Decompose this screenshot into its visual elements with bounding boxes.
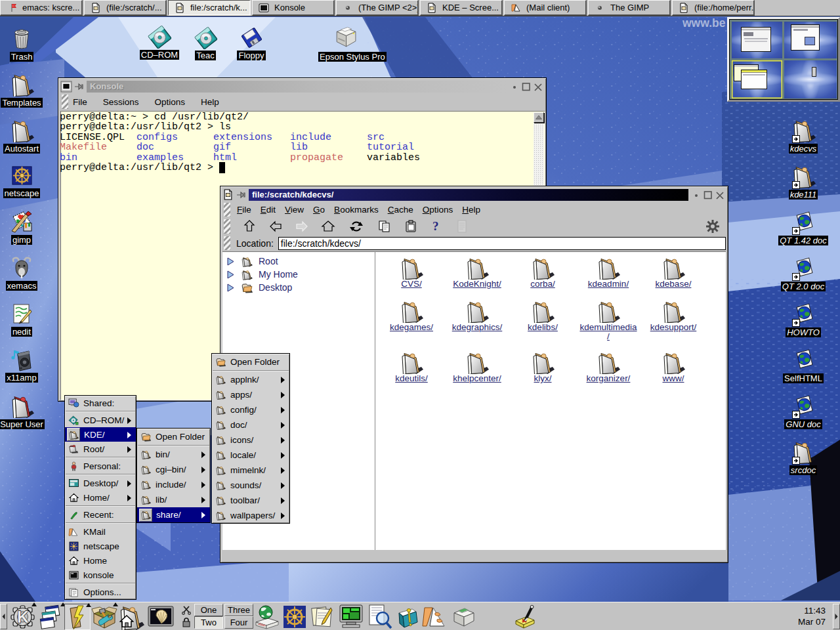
svg-text:www.be: www.be [682,16,726,30]
